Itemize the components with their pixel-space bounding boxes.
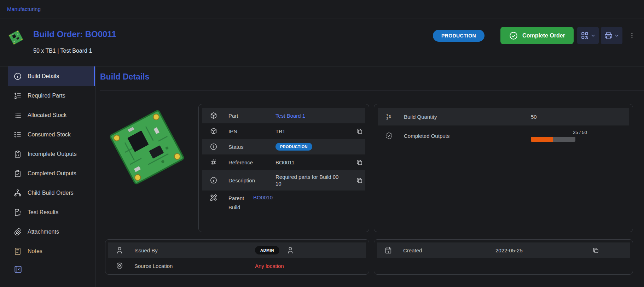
- detail-label: Source Location: [131, 263, 251, 269]
- part-link[interactable]: Test Board 1: [275, 113, 305, 119]
- box-icon: [202, 112, 225, 119]
- completed-outputs-progress: 25 / 50: [531, 130, 629, 142]
- pcb-thumbnail: [7, 29, 24, 46]
- breadcrumb: Manufacturing: [0, 0, 644, 18]
- sidebar-item-label: Completed Outputs: [28, 170, 76, 177]
- detail-row-reference: Reference BO0011: [202, 154, 365, 170]
- page-title: Build Order: BO0011: [33, 29, 116, 40]
- status-badge: PRODUCTION: [275, 143, 312, 151]
- sidebar: Build Details Required Parts Allocated S…: [0, 66, 95, 287]
- paperclip-icon: [13, 228, 22, 236]
- build-quantity-panel: 123 Build Quantity 50 Completed Outputs …: [374, 104, 633, 232]
- complete-order-label: Complete Order: [522, 33, 565, 39]
- copy-button[interactable]: [353, 175, 365, 185]
- detail-value: 2022-05-25: [495, 247, 523, 253]
- progress-fill: [531, 137, 553, 142]
- detail-row-completed-outputs: Completed Outputs 25 / 50: [378, 125, 629, 146]
- sidebar-item-label: Test Results: [28, 209, 58, 216]
- copy-icon: [592, 247, 599, 254]
- detail-row-issued-by: Issued By ADMIN: [108, 242, 366, 258]
- sidebar-item-label: Notes: [28, 248, 42, 254]
- detail-row-status: Status PRODUCTION: [202, 139, 365, 154]
- box-icon: [202, 127, 225, 135]
- content: Build Details Required Parts Allocated S…: [0, 66, 644, 287]
- detail-label: Issued By: [131, 247, 251, 253]
- print-actions-button[interactable]: [601, 27, 622, 44]
- clipboard-check-icon: [13, 169, 22, 178]
- copy-button[interactable]: [353, 126, 365, 136]
- sidebar-item-build-details[interactable]: Build Details: [8, 66, 95, 86]
- page-header: Build Order: BO0011 50 x TB1 | Test Boar…: [0, 18, 644, 66]
- sidebar-item-required-parts[interactable]: Required Parts: [8, 86, 95, 105]
- parent-build-link[interactable]: BO0010: [253, 194, 273, 200]
- copy-button[interactable]: [353, 157, 365, 167]
- breadcrumb-link-manufacturing[interactable]: Manufacturing: [7, 6, 41, 12]
- hierarchy-icon: [13, 189, 22, 197]
- detail-value: Required parts for Build 0010: [272, 174, 341, 187]
- info-circle-icon: [202, 176, 225, 184]
- detail-label: Reference: [225, 159, 272, 165]
- sidebar-item-child-build-orders[interactable]: Child Build Orders: [8, 183, 95, 203]
- info-circle-icon: [202, 143, 225, 151]
- page-subtitle: 50 x TB1 | Test Board 1: [33, 48, 116, 54]
- build-order-page: Manufacturing Build Order: BO0011 50 x T…: [0, 0, 644, 287]
- hash-icon: [202, 158, 225, 166]
- info-circle-icon: [13, 72, 22, 81]
- sidebar-item-test-results[interactable]: Test Results: [8, 203, 95, 222]
- file-check-icon: [13, 208, 22, 217]
- sidebar-item-consumed-stock[interactable]: Consumed Stock: [8, 125, 95, 144]
- copy-button[interactable]: [590, 245, 602, 255]
- copy-icon: [356, 128, 363, 135]
- sidebar-item-notes[interactable]: Notes: [8, 241, 95, 261]
- sidebar-item-label: Required Parts: [28, 93, 65, 99]
- sidebar-item-incomplete-outputs[interactable]: Incomplete Outputs: [8, 144, 95, 164]
- part-details-panel: Part Test Board 1 IPN TB1 Status PRODUCT…: [198, 104, 369, 232]
- progress-bar: [531, 137, 575, 142]
- copy-icon: [356, 177, 363, 184]
- detail-label: Build Quantity: [400, 114, 527, 120]
- detail-value: 50: [527, 114, 629, 120]
- barcode-actions-button[interactable]: [577, 27, 599, 44]
- user-icon: [286, 246, 294, 254]
- svg-text:2: 2: [386, 117, 388, 120]
- sidebar-divider: [8, 261, 95, 261]
- dots-vertical-icon: [628, 32, 636, 39]
- clipboard-list-icon: [13, 150, 22, 158]
- map-pin-icon: [108, 262, 131, 270]
- issue-details-panel: Issued By ADMIN Source Location Any loca…: [105, 239, 369, 275]
- sidebar-item-label: Consumed Stock: [28, 131, 71, 138]
- detail-label: Part: [225, 113, 272, 119]
- complete-order-button[interactable]: Complete Order: [500, 27, 574, 44]
- circle-check-icon: [509, 31, 518, 40]
- details-grid: Part Test Board 1 IPN TB1 Status PRODUCT…: [100, 104, 628, 275]
- collapse-sidebar-button[interactable]: [13, 265, 23, 274]
- printer-icon: [604, 31, 613, 40]
- sidebar-collapse-icon: [13, 265, 23, 274]
- detail-value: BO0011: [272, 159, 353, 165]
- svg-text:3: 3: [389, 115, 391, 119]
- sidebar-item-label: Incomplete Outputs: [28, 151, 77, 157]
- qrcode-icon: [580, 31, 589, 40]
- sidebar-item-label: Allocated Stock: [28, 112, 66, 118]
- detail-label: Created: [400, 247, 495, 253]
- user-icon: [108, 246, 131, 254]
- detail-row-created: Created 2022-05-25: [377, 242, 630, 258]
- sidebar-item-attachments[interactable]: Attachments: [8, 222, 95, 241]
- notes-icon: [13, 247, 22, 256]
- detail-label: Completed Outputs: [400, 133, 527, 139]
- progress-label: 25 / 50: [531, 130, 629, 135]
- more-actions-button[interactable]: [628, 27, 636, 44]
- detail-row-description: Description Required parts for Build 001…: [202, 170, 365, 191]
- part-image-cell: [100, 104, 194, 232]
- section-title: Build Details: [100, 72, 644, 82]
- list-icon: [13, 111, 22, 119]
- detail-row-source-location: Source Location Any location: [108, 258, 366, 274]
- list-numbers-icon: [13, 92, 22, 100]
- tools-icon: [202, 194, 225, 201]
- part-image[interactable]: [104, 104, 190, 191]
- list-check-icon: [13, 130, 22, 139]
- sidebar-item-completed-outputs[interactable]: Completed Outputs: [8, 164, 95, 183]
- main-panel: Build Details Part Test Board 1: [95, 66, 644, 287]
- sidebar-item-allocated-stock[interactable]: Allocated Stock: [8, 105, 95, 125]
- dates-panel: Created 2022-05-25: [374, 239, 633, 275]
